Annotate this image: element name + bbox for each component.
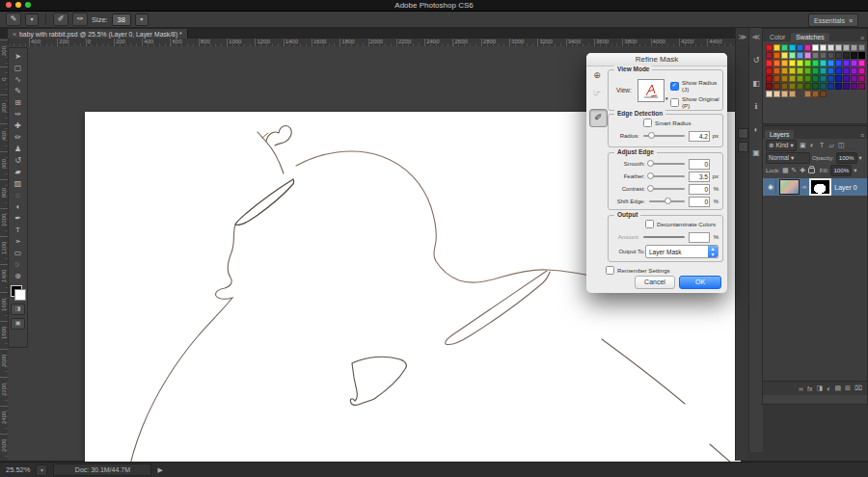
- document-tab[interactable]: × baby with rabbit.psd @ 25.5% (Layer 0,…: [8, 29, 188, 39]
- remember-settings-option[interactable]: Remember Settings: [606, 266, 670, 275]
- brush-preset-picker-icon[interactable]: ✐: [53, 13, 68, 26]
- delete-layer-icon[interactable]: ⌧: [854, 384, 862, 392]
- swatch[interactable]: [789, 83, 796, 90]
- dialog-title[interactable]: Refine Mask: [586, 53, 727, 66]
- collapse-panels-icon[interactable]: ≫: [737, 32, 748, 43]
- layers-panel-menu-icon[interactable]: ≡: [860, 132, 864, 139]
- adjustments-panel-icon[interactable]: ◐: [750, 124, 762, 136]
- swatch[interactable]: [820, 75, 827, 82]
- eraser-tool-icon[interactable]: ▰: [10, 167, 26, 178]
- swatch[interactable]: [820, 83, 827, 90]
- filter-kind-dropdown[interactable]: ⊕ Kind ▾: [766, 140, 797, 151]
- marquee-tool-icon[interactable]: ▢: [10, 63, 26, 74]
- swatch[interactable]: [766, 52, 773, 59]
- workspace-switcher-button[interactable]: Essentials ≡: [808, 13, 858, 27]
- quick-mask-button[interactable]: ◨: [11, 304, 25, 315]
- swatch[interactable]: [797, 75, 803, 82]
- swatch[interactable]: [804, 91, 811, 97]
- swatch[interactable]: [843, 83, 850, 90]
- swatch[interactable]: [835, 44, 842, 51]
- ok-button[interactable]: OK: [679, 276, 721, 289]
- filter-type-layers-icon[interactable]: T: [818, 142, 827, 149]
- swatch[interactable]: [781, 52, 788, 59]
- dodge-tool-icon[interactable]: ◖: [10, 201, 26, 213]
- swatch[interactable]: [773, 75, 780, 82]
- swatch[interactable]: [797, 52, 803, 59]
- swatch[interactable]: [773, 60, 780, 66]
- feather-slider-thumb[interactable]: [647, 172, 654, 179]
- swatch[interactable]: [781, 60, 788, 66]
- lasso-tool-icon[interactable]: ∿: [10, 74, 26, 86]
- swatch[interactable]: [789, 67, 796, 74]
- shift-edge-slider-thumb[interactable]: [665, 198, 671, 204]
- dialog-zoom-tool[interactable]: ⊕: [591, 69, 603, 81]
- dialog-hand-tool[interactable]: ☞: [591, 87, 603, 98]
- swatch[interactable]: [827, 52, 834, 59]
- swatch[interactable]: [781, 75, 788, 82]
- brush-size-dropdown[interactable]: ▾: [135, 13, 149, 26]
- swatch[interactable]: [858, 83, 865, 90]
- swatch[interactable]: [797, 60, 803, 66]
- swatch[interactable]: [812, 44, 819, 51]
- history-panel-icon[interactable]: ↺: [750, 55, 762, 66]
- layer-row-layer0[interactable]: ◉ ∞ Layer 0: [763, 178, 867, 196]
- swatch[interactable]: [820, 52, 827, 59]
- shape-tool-icon[interactable]: ▭: [10, 248, 26, 259]
- swatch[interactable]: [812, 75, 819, 82]
- swatch[interactable]: [766, 60, 773, 66]
- tab-layers[interactable]: Layers: [765, 130, 794, 139]
- swatch[interactable]: [804, 83, 811, 90]
- tab-color[interactable]: Color: [765, 33, 790, 41]
- smooth-slider-value-input[interactable]: 0: [689, 159, 710, 170]
- pen-tool-icon[interactable]: ✒: [10, 213, 26, 225]
- swatch[interactable]: [843, 75, 850, 82]
- new-group-icon[interactable]: ▤: [834, 384, 841, 392]
- background-color-chip[interactable]: [14, 289, 26, 301]
- swatch[interactable]: [789, 60, 796, 66]
- swatch[interactable]: [827, 60, 834, 66]
- swatch[interactable]: [797, 44, 803, 51]
- refine-radius-tool-button[interactable]: ✐: [589, 109, 608, 127]
- swatch[interactable]: [812, 67, 819, 74]
- swatch[interactable]: [766, 44, 773, 51]
- swatch[interactable]: [851, 67, 857, 74]
- show-radius-option[interactable]: Show Radius (J): [670, 79, 722, 93]
- remember-settings-checkbox[interactable]: [606, 266, 614, 275]
- swatch[interactable]: [789, 91, 796, 97]
- brush-tool-icon[interactable]: ✏: [10, 132, 26, 144]
- swatch[interactable]: [766, 83, 773, 90]
- properties-panel-icon[interactable]: ◧: [750, 78, 762, 90]
- history-brush-tool-icon[interactable]: ↺: [10, 155, 26, 167]
- styles-panel-icon[interactable]: ▣: [750, 147, 762, 159]
- swatch[interactable]: [789, 52, 796, 59]
- tab-close-icon[interactable]: ×: [13, 31, 16, 38]
- swatch[interactable]: [843, 67, 850, 74]
- swatch[interactable]: [781, 83, 788, 90]
- zoom-tool-icon[interactable]: ⊕: [10, 271, 26, 282]
- opacity-caret[interactable]: ▾: [859, 154, 862, 161]
- new-layer-icon[interactable]: ⊞: [845, 384, 851, 392]
- layer-mask-thumbnail[interactable]: [809, 178, 831, 196]
- swatch[interactable]: [843, 52, 850, 59]
- swatch[interactable]: [773, 83, 780, 90]
- crop-tool-icon[interactable]: ⊞: [10, 97, 26, 109]
- lock-all-icon[interactable]: [808, 168, 815, 173]
- add-layer-mask-icon[interactable]: ◨: [817, 384, 824, 392]
- tab-swatches[interactable]: Swatches: [791, 33, 828, 41]
- filter-adjustment-layers-icon[interactable]: ◐: [808, 142, 817, 149]
- swatch[interactable]: [789, 75, 796, 82]
- new-adjustment-layer-icon[interactable]: ◐: [827, 385, 830, 392]
- swatch[interactable]: [781, 67, 788, 74]
- swatch[interactable]: [773, 44, 780, 51]
- swatch[interactable]: [843, 44, 850, 51]
- healing-brush-tool-icon[interactable]: ✚: [10, 120, 26, 132]
- tool-preset-dropdown[interactable]: ▾: [25, 13, 39, 26]
- layer-name[interactable]: Layer 0: [834, 184, 856, 191]
- swatch[interactable]: [835, 83, 842, 90]
- blend-mode-dropdown[interactable]: Normal ▾: [766, 152, 810, 164]
- swatch[interactable]: [804, 60, 811, 66]
- swatch[interactable]: [781, 44, 788, 51]
- swatch[interactable]: [858, 52, 865, 59]
- cancel-button[interactable]: Cancel: [635, 276, 675, 289]
- lock-transparency-icon[interactable]: ▦: [782, 167, 789, 174]
